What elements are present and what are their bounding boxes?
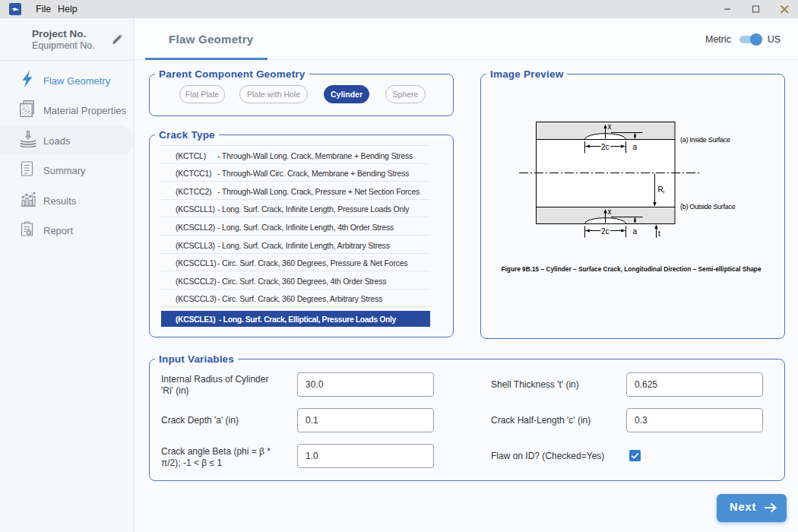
svg-text:t: t bbox=[658, 230, 660, 238]
svg-text:(b) Outside Surface: (b) Outside Surface bbox=[680, 203, 736, 211]
svg-text:a: a bbox=[633, 143, 638, 151]
svg-text:2c: 2c bbox=[601, 227, 610, 236]
svg-text:a: a bbox=[633, 227, 638, 236]
svg-text:Figure 9B.15 – Cylinder – Surf: Figure 9B.15 – Cylinder – Surface Crack,… bbox=[501, 265, 761, 273]
svg-text:2c: 2c bbox=[601, 143, 610, 151]
svg-text:(a) Inside Surface: (a) Inside Surface bbox=[680, 136, 730, 144]
svg-text:x: x bbox=[608, 122, 612, 131]
svg-text:x: x bbox=[608, 207, 612, 216]
